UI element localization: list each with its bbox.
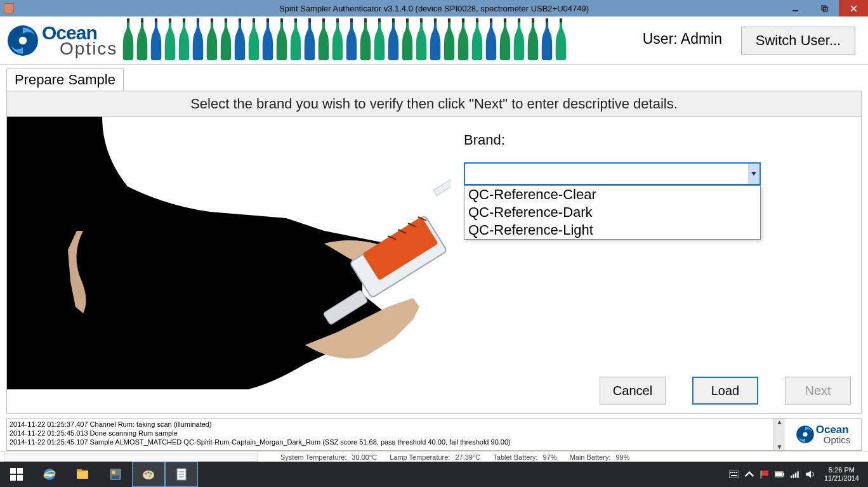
window-title: Spirit Sampler Authenticator v3.1.4.0 (d… — [0, 4, 868, 13]
bottle-row-decoration — [121, 18, 568, 63]
svg-point-49 — [803, 432, 807, 436]
taskbar-notepad-icon[interactable] — [165, 462, 198, 487]
svg-rect-23 — [350, 18, 353, 22]
bottle-icon — [484, 18, 498, 63]
bottle-icon — [512, 18, 526, 63]
taskbar-paint-icon[interactable] — [132, 462, 165, 487]
close-button[interactable] — [839, 0, 868, 16]
svg-rect-76 — [761, 471, 768, 476]
svg-rect-38 — [560, 18, 562, 22]
svg-point-64 — [150, 472, 152, 474]
lamp-temp-label: Lamp Temperature: — [390, 453, 450, 461]
svg-rect-52 — [10, 475, 16, 481]
brand-option[interactable]: QC-Reference-Clear — [464, 186, 760, 204]
tray-time: 5:26 PM — [824, 466, 859, 474]
sys-temp-label: System Temperature: — [280, 453, 346, 461]
svg-point-62 — [145, 472, 147, 474]
bottle-icon — [177, 18, 191, 63]
svg-rect-82 — [793, 474, 794, 478]
tab-row: Prepare Sample — [6, 68, 862, 91]
brand-dropdown[interactable]: QC-Reference-ClearQC-Reference-DarkQC-Re… — [464, 185, 761, 240]
svg-rect-22 — [336, 18, 339, 22]
bottle-icon — [554, 18, 568, 63]
brand-option[interactable]: QC-Reference-Dark — [464, 204, 760, 221]
svg-rect-73 — [734, 472, 735, 473]
footer-logo-text-1: Ocean — [816, 424, 851, 435]
combobox-arrow-icon[interactable] — [748, 164, 760, 184]
brand-option[interactable]: QC-Reference-Light — [464, 221, 760, 239]
instruction-banner: Select the brand you wish to verify then… — [7, 91, 861, 117]
footer-logo-text-2: Optics — [824, 435, 851, 445]
svg-point-59 — [112, 471, 115, 474]
svg-rect-19 — [294, 18, 297, 22]
switch-user-button[interactable]: Switch User... — [741, 27, 855, 55]
svg-rect-16 — [253, 18, 255, 22]
start-button[interactable] — [0, 462, 33, 487]
bottle-icon — [289, 18, 303, 63]
bottle-icon — [456, 18, 470, 63]
bottle-icon — [121, 18, 135, 63]
bottle-icon — [526, 18, 540, 63]
brand-combobox[interactable] — [464, 162, 761, 185]
svg-rect-13 — [211, 18, 213, 22]
bottle-icon — [303, 18, 317, 63]
svg-rect-29 — [434, 18, 437, 22]
svg-rect-1 — [822, 6, 826, 10]
bottle-icon — [261, 18, 275, 63]
svg-rect-8 — [141, 18, 143, 22]
system-tray: 5:26 PM 11/21/2014 — [724, 462, 868, 487]
brand-label: Brand: — [464, 132, 848, 148]
taskbar-ie-icon[interactable] — [33, 462, 66, 487]
svg-rect-18 — [280, 18, 283, 22]
svg-rect-15 — [239, 18, 241, 22]
brand-panel: Brand: QC-Reference-ClearQC-Reference-Da… — [451, 117, 861, 389]
cancel-button[interactable]: Cancel — [600, 377, 666, 405]
bottle-icon — [317, 18, 331, 63]
wifi-icon[interactable] — [790, 469, 800, 479]
ocean-optics-swirl-icon — [796, 425, 815, 444]
tray-chevron-icon[interactable] — [744, 469, 754, 479]
svg-rect-31 — [462, 18, 464, 22]
svg-rect-34 — [504, 18, 506, 22]
svg-rect-36 — [532, 18, 534, 22]
log-scrollbar[interactable]: ▲ ▼ — [773, 419, 785, 450]
scroll-up-icon[interactable]: ▲ — [777, 419, 783, 425]
battery-icon[interactable] — [775, 469, 785, 479]
tray-clock[interactable]: 5:26 PM 11/21/2014 — [820, 466, 863, 483]
svg-point-6 — [19, 36, 27, 44]
taskbar-explorer-icon[interactable] — [66, 462, 99, 487]
next-button[interactable]: Next — [785, 377, 851, 405]
tablet-batt-label: Tablet Battery: — [493, 453, 537, 461]
svg-rect-70 — [729, 471, 739, 478]
svg-rect-21 — [322, 18, 325, 22]
scroll-down-icon[interactable]: ▼ — [777, 443, 783, 450]
svg-rect-32 — [476, 18, 478, 22]
bottle-icon — [163, 18, 177, 63]
tab-prepare-sample[interactable]: Prepare Sample — [6, 68, 124, 91]
svg-point-65 — [148, 475, 150, 477]
taskbar: 5:26 PM 11/21/2014 — [0, 462, 868, 487]
tray-date: 11/21/2014 — [824, 474, 859, 483]
volume-icon[interactable] — [805, 469, 815, 479]
load-button[interactable]: Load — [692, 377, 758, 405]
svg-rect-12 — [197, 18, 199, 22]
keyboard-icon[interactable] — [729, 469, 739, 479]
maximize-button[interactable] — [810, 0, 839, 16]
svg-rect-60 — [112, 476, 119, 479]
taskbar-app1-icon[interactable] — [99, 462, 132, 487]
bottle-icon — [345, 18, 358, 63]
svg-rect-17 — [266, 18, 269, 22]
svg-rect-79 — [783, 473, 784, 476]
svg-point-63 — [147, 471, 149, 473]
bottle-icon — [498, 18, 512, 63]
svg-rect-11 — [183, 18, 185, 22]
bottle-icon — [149, 18, 163, 63]
bottle-icon — [247, 18, 261, 63]
log-text: 2014-11-22 01:25:37.407 Channel Rum: tak… — [7, 419, 773, 450]
main-batt-value: 99% — [615, 453, 629, 461]
minimize-button[interactable] — [780, 0, 810, 16]
sample-illustration — [7, 117, 451, 389]
bottle-icon — [233, 18, 247, 63]
flag-icon[interactable] — [760, 469, 770, 479]
svg-rect-14 — [225, 18, 227, 22]
